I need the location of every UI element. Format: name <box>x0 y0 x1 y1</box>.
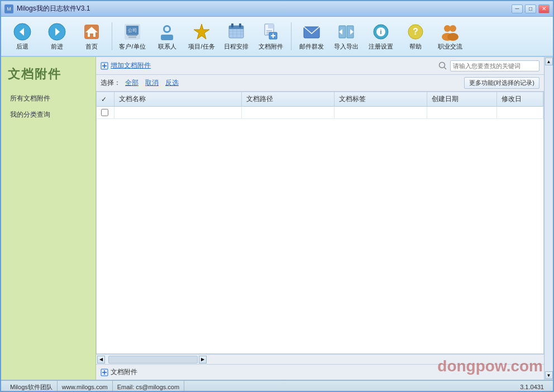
career-button[interactable]: 职业交流 <box>433 19 467 54</box>
svg-text:i: i <box>380 28 381 35</box>
help-button[interactable]: ? 帮助 <box>399 19 432 54</box>
col-name: 文档名称 <box>114 92 241 107</box>
search-box <box>438 60 539 71</box>
schedule-button[interactable]: 日程安排 <box>219 19 253 54</box>
sidebar-item-all-docs[interactable]: 所有文档附件 <box>1 90 95 107</box>
contact-label: 联系人 <box>158 43 176 50</box>
scroll-down-arrow[interactable]: ▼ <box>545 371 553 379</box>
email-button[interactable]: 邮件群发 <box>295 19 328 54</box>
add-doc-label: 增加文档附件 <box>111 61 151 70</box>
toolbar-separator-2 <box>291 22 292 50</box>
col-created: 创建日期 <box>427 92 497 107</box>
row-path-cell <box>242 107 335 119</box>
select-reverse-link[interactable]: 反选 <box>165 78 179 88</box>
career-icon <box>440 22 460 42</box>
bottom-label-text: 文档附件 <box>111 367 137 377</box>
table-row <box>97 107 543 119</box>
svg-text:?: ? <box>413 27 418 36</box>
project-label: 项目/任务 <box>188 43 214 50</box>
home-icon <box>82 22 102 42</box>
docs-table: ✓ 文档名称 文档路径 文档标签 创建日期 修改日 <box>97 92 543 119</box>
select-all-link[interactable]: 全部 <box>125 78 138 88</box>
title-bar: M Milogs我的日志软件V3.1 ─ □ ✕ <box>1 1 553 17</box>
docs-icon <box>261 22 281 42</box>
col-modified: 修改日 <box>496 92 543 107</box>
svg-line-50 <box>445 67 447 69</box>
back-icon <box>12 22 32 42</box>
row-checkbox[interactable] <box>101 109 108 116</box>
forward-button[interactable]: 前进 <box>40 19 74 54</box>
col-checkbox: ✓ <box>97 92 114 107</box>
content-toolbar: 增加文档附件 <box>96 57 544 75</box>
minimize-button[interactable]: ─ <box>512 4 523 13</box>
forward-label: 前进 <box>51 43 63 50</box>
app-icon: M <box>4 4 13 13</box>
svg-rect-9 <box>128 36 136 38</box>
bottom-label-bar: 文档附件 <box>96 364 544 380</box>
main-layout: 文档附件 所有文档附件 我的分类查询 增加文档附件 <box>1 57 553 380</box>
contact-button[interactable]: 联系人 <box>150 19 184 54</box>
select-cancel-link[interactable]: 取消 <box>145 78 159 88</box>
customer-button[interactable]: 公司 客户/单位 <box>116 19 149 54</box>
status-team: Milogs软件团队 <box>6 381 58 392</box>
back-label: 后退 <box>16 43 28 50</box>
customer-icon: 公司 <box>122 22 142 42</box>
scroll-right-arrow[interactable]: ▶ <box>199 356 207 364</box>
svg-rect-16 <box>229 26 243 29</box>
import-label: 导入导出 <box>334 43 359 50</box>
vertical-scrollbar[interactable]: ▲ ▼ <box>544 57 553 380</box>
title-text: M Milogs我的日志软件V3.1 <box>4 4 90 13</box>
svg-point-13 <box>165 27 169 31</box>
table-header-row: ✓ 文档名称 文档路径 文档标签 创建日期 修改日 <box>97 92 543 107</box>
bottom-label-icon <box>101 369 108 376</box>
status-website: www.milogs.com <box>58 381 113 392</box>
selection-bar: 选择： 全部 取消 反选 更多功能(对选择的记录) <box>96 75 544 92</box>
help-label: 帮助 <box>409 43 422 50</box>
add-doc-icon <box>101 62 108 70</box>
toolbar-separator-1 <box>112 22 112 50</box>
settings-button[interactable]: i 注册设置 <box>364 19 398 54</box>
svg-rect-12 <box>161 35 173 40</box>
row-tag-cell <box>335 107 427 119</box>
schedule-icon <box>226 22 246 42</box>
scroll-up-arrow[interactable]: ▲ <box>545 58 553 65</box>
select-label: 选择： <box>101 78 121 88</box>
status-email: Email: cs@milogs.com <box>113 381 184 392</box>
horizontal-scrollbar[interactable]: ◀ ▶ <box>96 354 544 364</box>
add-doc-button[interactable]: 增加文档附件 <box>101 61 151 70</box>
sidebar: 文档附件 所有文档附件 我的分类查询 <box>1 57 96 380</box>
scroll-thumb[interactable] <box>108 356 198 364</box>
more-functions-button[interactable]: 更多功能(对选择的记录) <box>464 77 539 89</box>
row-name-cell <box>114 107 241 119</box>
career-label: 职业交流 <box>438 43 462 50</box>
close-button[interactable]: ✕ <box>538 4 550 13</box>
search-input[interactable] <box>450 60 539 71</box>
settings-label: 注册设置 <box>369 43 393 50</box>
sidebar-title: 文档附件 <box>1 63 95 90</box>
col-tag: 文档标签 <box>335 92 427 107</box>
table-container[interactable]: ✓ 文档名称 文档路径 文档标签 创建日期 修改日 <box>96 92 544 354</box>
settings-icon: i <box>371 22 391 42</box>
home-button[interactable]: 首页 <box>75 19 108 54</box>
sidebar-item-my-category[interactable]: 我的分类查询 <box>1 107 95 123</box>
svg-point-49 <box>440 62 445 68</box>
toolbar: 后退 前进 首页 公司 <box>1 17 553 57</box>
scroll-left-arrow[interactable]: ◀ <box>97 356 105 364</box>
row-created-cell <box>427 107 497 119</box>
svg-rect-17 <box>231 23 233 27</box>
search-icon <box>438 61 448 71</box>
customer-label: 客户/单位 <box>119 43 145 50</box>
restore-button[interactable]: □ <box>525 4 536 13</box>
import-button[interactable]: 导入导出 <box>329 19 363 54</box>
import-icon <box>336 22 356 42</box>
email-icon <box>302 22 322 42</box>
contact-icon <box>157 22 177 42</box>
scroll-track <box>545 66 553 371</box>
back-button[interactable]: 后退 <box>6 19 39 54</box>
svg-point-45 <box>447 33 459 41</box>
project-button[interactable]: 项目/任务 <box>185 19 218 54</box>
status-bar: Milogs软件团队 www.milogs.com Email: cs@milo… <box>1 380 553 392</box>
content-area: 增加文档附件 选择： 全部 取消 反选 更多功能(对选择的记录) <box>96 57 544 380</box>
project-icon <box>192 22 212 42</box>
docs-button[interactable]: 文档附件 <box>254 19 288 54</box>
